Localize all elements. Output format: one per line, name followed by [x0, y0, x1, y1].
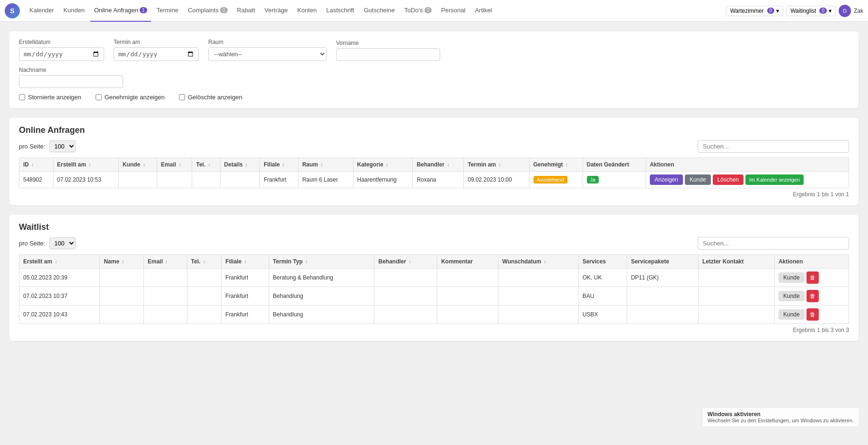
wl-cell-termin-typ: Behandlung	[269, 287, 374, 305]
wl-delete-button[interactable]: 🗑	[806, 290, 819, 302]
cell-daten-geaendert: Ja	[583, 172, 646, 188]
nav-item-complaints[interactable]: Complaints0	[184, 0, 231, 22]
cell-details	[220, 172, 260, 188]
wl-col-tel[interactable]: Tel. ↕	[187, 255, 221, 269]
wl-col-wunschdatum[interactable]: Wunschdatum ↕	[498, 255, 578, 269]
col-id[interactable]: ID ↕	[19, 158, 53, 172]
wl-cell-name	[100, 305, 144, 324]
vorname-input[interactable]	[336, 48, 440, 61]
wl-col-email[interactable]: Email ↕	[144, 255, 187, 269]
table-row: 548902 07.02.2023 10:53 Frankfurt Raum 6…	[19, 172, 849, 188]
wl-cell-erstellt-am: 07.02.2023 10:43	[19, 305, 100, 324]
cell-behandler: Roxana	[413, 172, 464, 188]
wl-col-behandler[interactable]: Behandler ↕	[374, 255, 437, 269]
col-termin-am[interactable]: Termin am ↕	[464, 158, 529, 172]
nav-items: KalenderKundenOnline Anfragen1TermineCom…	[26, 0, 726, 22]
cell-filiale: Frankfurt	[260, 172, 299, 188]
online-anfragen-table-wrap: ID ↕ Erstellt am ↕ Kunde ↕ Email ↕ Tel. …	[19, 157, 849, 188]
nachname-label: Nachname	[19, 67, 123, 73]
kalender-button[interactable]: Im Kalender anzeigen	[745, 175, 804, 185]
col-kunde[interactable]: Kunde ↕	[118, 158, 157, 172]
nav-item-konten[interactable]: Konten	[293, 0, 320, 22]
wl-cell-filiale: Frankfurt	[221, 269, 269, 287]
wl-kunde-button[interactable]: Kunde	[779, 309, 805, 320]
nav-item-personal[interactable]: Personal	[437, 0, 469, 22]
erstelldatum-group: Erstelldatum	[19, 39, 104, 61]
nachname-input[interactable]	[19, 75, 123, 88]
genehmigte-checkbox[interactable]	[96, 94, 102, 100]
wl-cell-letzter-kontakt	[698, 269, 774, 287]
stornierte-checkbox[interactable]	[19, 94, 25, 100]
wl-cell-filiale: Frankfurt	[221, 287, 269, 305]
nav-item-lastschrift[interactable]: Lastschrift	[322, 0, 358, 22]
nav-item-verträge[interactable]: Verträge	[261, 0, 292, 22]
raum-label: Raum	[208, 39, 327, 45]
waitlist-per-page-select[interactable]: 100	[49, 237, 76, 249]
nav-item-artikel[interactable]: Artikel	[471, 0, 496, 22]
nav-item-gutscheine[interactable]: Gutscheine	[360, 0, 399, 22]
wl-delete-button[interactable]: 🗑	[806, 308, 819, 321]
col-kategorie[interactable]: Kategorie ↕	[353, 158, 413, 172]
termin-am-input[interactable]	[114, 47, 199, 61]
waitlist-controls: pro Seite: 100	[19, 237, 849, 250]
wl-col-erstellt-am[interactable]: Erstellt am ↕	[19, 255, 100, 269]
wl-col-aktionen: Aktionen	[774, 255, 849, 269]
col-email[interactable]: Email ↕	[157, 158, 192, 172]
anzeigen-button[interactable]: Anzeigen	[650, 175, 683, 185]
loeschen-button[interactable]: Löschen	[713, 175, 744, 185]
checkbox-row: Stornierte anzeigen Genehmigte anzeigen …	[19, 94, 849, 101]
wl-cell-behandler	[374, 305, 437, 324]
action-cell: Anzeigen Kunde Löschen Im Kalender anzei…	[650, 175, 845, 185]
waitlist-result-info: Ergebnis 1 bis 3 von 3	[19, 327, 849, 333]
wl-col-termin-typ[interactable]: Termin Typ ↕	[269, 255, 374, 269]
list-item: 05.02.2023 20:39 Frankfurt Beratung & Be…	[19, 269, 849, 287]
wartezimmer-button[interactable]: Wartezimmer 0 ▾	[726, 6, 783, 16]
nav-item-rabatt[interactable]: Rabatt	[233, 0, 259, 22]
table-header-row: ID ↕ Erstellt am ↕ Kunde ↕ Email ↕ Tel. …	[19, 158, 849, 172]
wl-kunde-button[interactable]: Kunde	[779, 291, 805, 301]
col-tel[interactable]: Tel. ↕	[192, 158, 220, 172]
erstelldatum-input[interactable]	[19, 47, 104, 61]
raum-select[interactable]: --wählen--	[208, 47, 327, 61]
wl-cell-termin-typ: Behandlung	[269, 305, 374, 324]
wl-cell-servicepakete: DP11 (GK)	[627, 269, 699, 287]
kunde-button[interactable]: Kunde	[685, 175, 711, 185]
user-avatar[interactable]: D	[839, 5, 851, 17]
stornierte-checkbox-label[interactable]: Stornierte anzeigen	[19, 94, 81, 101]
wl-cell-servicepakete	[627, 305, 699, 324]
online-anfragen-title: Online Anfragen	[19, 125, 849, 135]
waitinglist-button[interactable]: Waitinglist 0 ▾	[786, 6, 836, 16]
per-page-select[interactable]: 100	[49, 140, 76, 152]
page-content: Erstelldatum Termin am Raum --wählen-- V…	[0, 22, 868, 360]
wl-kunde-button[interactable]: Kunde	[779, 272, 805, 283]
nav-item-online-anfragen[interactable]: Online Anfragen1	[90, 0, 151, 22]
wl-col-name[interactable]: Name ↕	[100, 255, 144, 269]
geloeschte-checkbox-label[interactable]: Gelöschte anzeigen	[179, 94, 242, 101]
wl-cell-services: OK, UK	[578, 269, 627, 287]
wl-cell-wunschdatum	[498, 269, 578, 287]
col-filiale[interactable]: Filiale ↕	[260, 158, 299, 172]
waitlist-title: Waitlist	[19, 222, 849, 232]
col-erstellt-am[interactable]: Erstellt am ↕	[53, 158, 118, 172]
nav-item-kunden[interactable]: Kunden	[60, 0, 89, 22]
genehmigte-checkbox-label[interactable]: Genehmigte anzeigen	[96, 94, 165, 101]
col-details[interactable]: Details ↕	[220, 158, 260, 172]
col-raum[interactable]: Raum ↕	[298, 158, 353, 172]
nav-item-termine[interactable]: Termine	[153, 0, 182, 22]
list-item: 07.02.2023 10:43 Frankfurt Behandlung US…	[19, 305, 849, 324]
col-genehmigt[interactable]: Genehmigt ↕	[529, 158, 583, 172]
filter-row-1: Erstelldatum Termin am Raum --wählen-- V…	[19, 39, 849, 61]
waitlist-search[interactable]	[698, 237, 849, 250]
geloeschte-checkbox[interactable]	[179, 94, 185, 100]
nav-item-todo's[interactable]: ToDo's0	[400, 0, 435, 22]
waitlist-section: Waitlist pro Seite: 100 Erstellt am ↕ Na…	[9, 215, 859, 341]
online-anfragen-search[interactable]	[698, 140, 849, 153]
cell-kunde	[118, 172, 157, 188]
wl-cell-kommentar	[437, 269, 498, 287]
col-behandler[interactable]: Behandler ↕	[413, 158, 464, 172]
wl-col-filiale[interactable]: Filiale ↕	[221, 255, 269, 269]
filter-row-2: Nachname	[19, 67, 849, 88]
wl-delete-button[interactable]: 🗑	[806, 271, 819, 284]
col-daten-geaendert: Daten Geändert	[583, 158, 646, 172]
nav-item-kalender[interactable]: Kalender	[26, 0, 58, 22]
